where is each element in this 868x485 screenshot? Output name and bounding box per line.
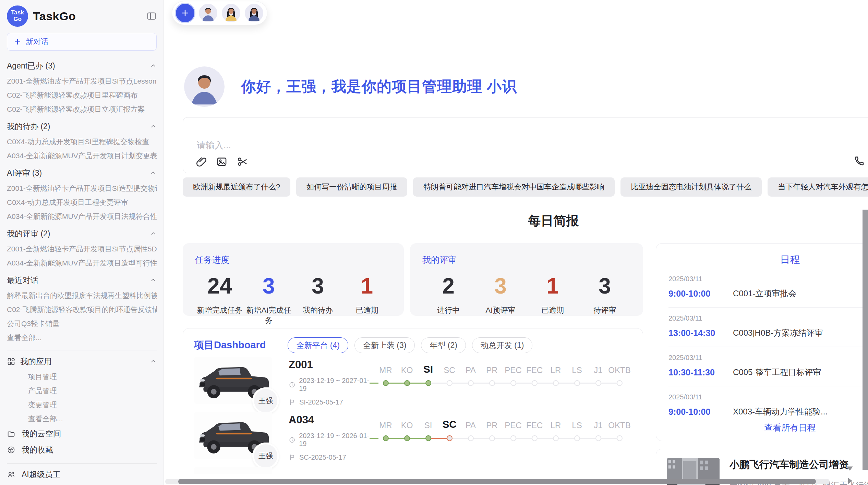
vertical-scrollbar-thumb[interactable] — [863, 210, 868, 470]
horizontal-scrollbar[interactable] — [165, 479, 830, 484]
milestone: OKTB — [609, 414, 630, 460]
flag-icon — [289, 454, 296, 461]
member-avatar[interactable] — [245, 4, 263, 22]
sidebar-section-header[interactable]: Agent已办 (3) — [7, 58, 157, 74]
dashboard-filter[interactable]: 全新平台 (4) — [288, 337, 348, 353]
member-avatar[interactable] — [199, 4, 217, 22]
scroll-right-arrow[interactable] — [848, 478, 852, 484]
schedule-date: 2025/03/11 — [668, 275, 868, 283]
stat-label: 新增AI完成任务 — [244, 305, 293, 326]
milestone-dot — [532, 435, 538, 441]
stat-value: 1 — [527, 275, 579, 297]
sidebar-app-item[interactable]: 变更管理 — [7, 398, 157, 412]
milestone-dot — [383, 435, 389, 441]
paperclip-icon[interactable] — [195, 156, 207, 167]
phone-icon[interactable] — [854, 155, 865, 167]
member-avatar[interactable] — [222, 4, 240, 22]
new-chat-label: 新对话 — [26, 37, 48, 47]
sidebar-item[interactable]: C02-飞腾新能源轻客改款项目立项汇报方案 — [7, 102, 157, 116]
milestone-dot — [489, 380, 495, 386]
milestone-label: J1 — [588, 359, 609, 375]
stat: 3AI预评审 — [474, 275, 527, 315]
milestone-dot — [595, 380, 601, 386]
view-all-link[interactable]: 查看全部... — [7, 331, 157, 345]
milestone-dot — [532, 380, 538, 386]
star-circle-icon — [7, 446, 15, 454]
people-icon — [7, 470, 15, 479]
milestone-connector — [577, 438, 598, 439]
sidebar-collapse-icon[interactable] — [146, 11, 157, 21]
view-all-schedule-link[interactable]: 查看所有日程 — [656, 422, 868, 433]
sidebar-item[interactable]: C0X4-动力总成开发项目SI里程碑提交物检查 — [7, 135, 157, 149]
sidebar-item[interactable]: C02-飞腾新能源轻客改款项目里程碑画布 — [7, 88, 157, 102]
briefing-card-title: 我的评审 — [422, 254, 631, 265]
plus-icon — [13, 38, 22, 46]
sidebar-item[interactable]: C02-飞腾新能源轻客改款项目的闭环通告反馈情况 — [7, 302, 157, 316]
sidebar-item[interactable]: 公司Q3轻卡销量 — [7, 316, 157, 331]
suggestion-chip[interactable]: 如何写一份清晰的项目周报 — [296, 177, 407, 197]
milestone: OKTB — [609, 359, 630, 405]
milestone-connector — [428, 383, 449, 384]
project-info: Z0012023-12-19 ~ 2027-01-19SI-2025-05-17 — [289, 357, 374, 405]
sidebar-section-header[interactable]: 我的评审 (2) — [7, 225, 157, 242]
sidebar-section-header[interactable]: 我的待办 (2) — [7, 118, 157, 135]
suggestion-chip[interactable]: 当下年轻人对汽车外观有怎样的喜好趋势 — [768, 177, 868, 197]
sidebar-item-help-me-write[interactable]: 帮我写作 — [7, 483, 157, 485]
clock-icon — [289, 381, 296, 388]
dashboard-filter[interactable]: 全新上装 (3) — [354, 337, 415, 353]
sidebar-item[interactable]: Z001-全新燃油皮卡产品开发项目SI节点Lesson Learn报告 — [7, 74, 157, 88]
milestone-dot — [489, 435, 495, 441]
image-icon[interactable] — [216, 156, 228, 167]
milestone-connector — [556, 383, 577, 384]
milestone-dot — [468, 435, 474, 441]
dashboard-filter[interactable]: 动总开发 (1) — [472, 337, 533, 353]
sidebar-apps-header[interactable]: 我的应用 — [7, 353, 157, 370]
milestone: LR — [545, 359, 566, 405]
grid-icon — [7, 357, 15, 366]
sidebar-section-title: 最近对话 — [7, 275, 150, 286]
scissors-icon[interactable] — [237, 156, 248, 167]
sidebar-item[interactable]: A034-全新新能源MUV产品开发项目造型可行性评审 — [7, 256, 157, 270]
add-member-button[interactable] — [176, 4, 194, 22]
sidebar-section-title: 我的评审 (2) — [7, 228, 150, 239]
stat-value: 3 — [244, 275, 293, 297]
chat-input[interactable]: 请输入... — [183, 117, 868, 173]
new-chat-button[interactable]: 新对话 — [7, 33, 157, 51]
milestone-connector — [386, 383, 407, 384]
milestone-connector — [598, 383, 619, 384]
milestone-label: FEC — [524, 359, 545, 375]
suggestion-chips: 欧洲新规最近颁布了什么?如何写一份清晰的项目周报特朗普可能对进口汽车增税会对中国… — [183, 177, 868, 197]
sidebar-item[interactable]: C0X4-动力总成开发项目工程变更评审 — [7, 195, 157, 209]
dashboard-filter[interactable]: 年型 (2) — [421, 337, 466, 353]
stat-label: AI预评审 — [474, 305, 527, 315]
sidebar-section-title: AI评审 (3) — [7, 168, 150, 178]
sidebar-item-favorites[interactable]: 我的收藏 — [7, 442, 157, 458]
sidebar-app-item[interactable]: 产品管理 — [7, 384, 157, 398]
sidebar-section-header[interactable]: 最近对话 — [7, 272, 157, 288]
sidebar-app-item[interactable]: 项目管理 — [7, 370, 157, 384]
sidebar-tools: AI超级员工帮我写作创意制图 — [7, 467, 157, 485]
suggestion-chip[interactable]: 特朗普可能对进口汽车增税会对中国车企造成哪些影响 — [413, 177, 615, 197]
schedule-time: 9:00-10:00 — [668, 407, 733, 417]
sidebar-item[interactable]: Z001-全新燃油轻卡产品开发项目SI造型提交物评审 — [7, 181, 157, 195]
stat-label: 待评审 — [579, 305, 631, 315]
milestone-dot — [404, 435, 410, 441]
sidebar-section-header[interactable]: AI评审 (3) — [7, 165, 157, 181]
sidebar-item[interactable]: 解释最新出台的欧盟报废车法规再生塑料比例被调至15%... — [7, 288, 157, 302]
chevron-up-icon — [150, 358, 157, 365]
suggestion-chip[interactable]: 欧洲新规最近颁布了什么? — [183, 177, 290, 197]
milestone-dot — [617, 435, 623, 441]
scroll-down-arrow[interactable] — [847, 467, 853, 471]
sidebar-item[interactable]: Z001-全新燃油轻卡产品开发项目SI节点属性5D文件评审 — [7, 242, 157, 256]
sidebar-item[interactable]: A034-全新新能源MUV产品开发项目计划变更表编写 — [7, 149, 157, 163]
milestone-label: OKTB — [609, 359, 630, 375]
schedule-item: 2025/03/119:00-10:00C001-立项审批会加入 — [668, 268, 868, 308]
horizontal-scrollbar-thumb[interactable] — [178, 479, 816, 484]
sidebar-item-ai-super-staff[interactable]: AI超级员工 — [7, 467, 157, 483]
project-code: A034 — [289, 414, 374, 426]
sidebar-app-item[interactable]: 查看全部... — [7, 412, 157, 426]
sidebar-item-cloud-space[interactable]: 我的云空间 — [7, 426, 157, 442]
sidebar-item[interactable]: A034-全新新能源MUV产品开发项目法规符合性评审 — [7, 209, 157, 223]
suggestion-chip[interactable]: 比亚迪全固态电池计划具体说了什么 — [620, 177, 762, 197]
project-date-range: 2023-12-19 ~ 2026-01-19 — [299, 432, 374, 448]
